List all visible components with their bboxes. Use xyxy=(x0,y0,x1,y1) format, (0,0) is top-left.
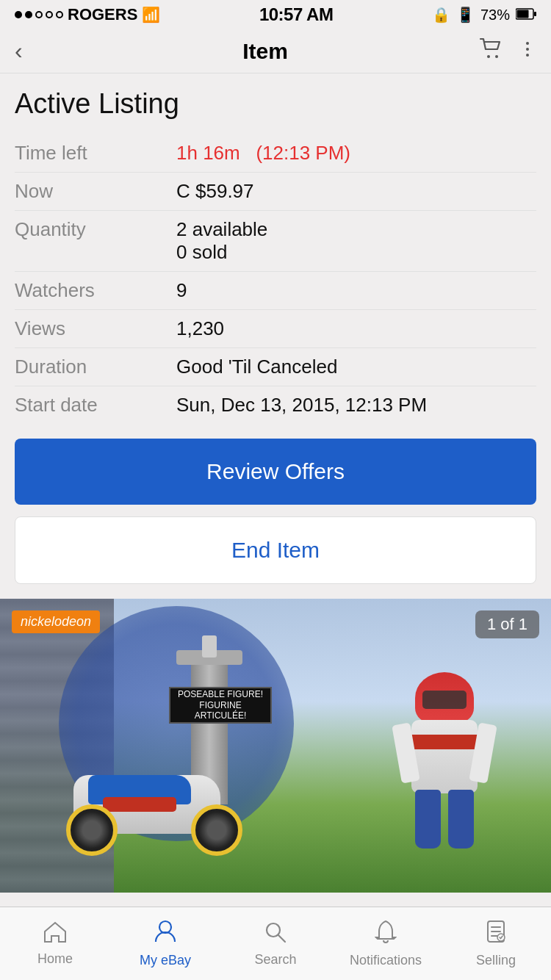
value-watchers: 9 xyxy=(176,279,536,302)
main-content: Active Listing Time left 1h 16m (12:13 P… xyxy=(0,73,551,893)
value-now: C $59.97 xyxy=(176,180,536,203)
value-views: 1,230 xyxy=(176,317,536,340)
signal-dot-2 xyxy=(25,11,32,18)
tab-home-label: Home xyxy=(37,951,73,967)
status-bar: ROGERS 📶 10:57 AM 🔒 📱 73% xyxy=(0,0,551,29)
quantity-sold: 0 sold xyxy=(176,241,267,264)
tab-search-label: Search xyxy=(254,952,296,968)
review-offers-button[interactable]: Review Offers xyxy=(15,439,536,505)
nav-bar: ‹ Item xyxy=(0,29,551,73)
signal-dot-4 xyxy=(46,11,53,18)
value-quantity: 2 available 0 sold xyxy=(176,218,267,264)
status-right: 🔒 📱 73% xyxy=(432,6,536,24)
wifi-icon: 📶 xyxy=(142,6,160,24)
nickelodeon-badge: nickelodeon xyxy=(12,610,100,633)
svg-point-4 xyxy=(495,55,498,58)
tab-search[interactable]: Search xyxy=(220,920,331,968)
tab-notifications-label: Notifications xyxy=(350,953,422,968)
end-item-button[interactable]: End Item xyxy=(15,516,536,584)
selling-icon xyxy=(485,920,507,950)
home-icon xyxy=(43,921,68,948)
value-start-date: Sun, Dec 13, 2015, 12:13 PM xyxy=(176,394,536,417)
search-icon xyxy=(264,920,287,949)
tab-myebay-label: My eBay xyxy=(140,953,191,968)
info-table: Time left 1h 16m (12:13 PM) Now C $59.97… xyxy=(15,134,536,424)
label-duration: Duration xyxy=(15,356,176,378)
tab-myebay[interactable]: My eBay xyxy=(110,920,220,968)
label-watchers: Watchers xyxy=(15,279,176,302)
label-views: Views xyxy=(15,317,176,340)
svg-rect-2 xyxy=(534,12,536,16)
svg-point-3 xyxy=(487,55,490,58)
lock-icon: 🔒 xyxy=(432,6,450,24)
row-views: Views 1,230 xyxy=(15,310,536,348)
svg-point-8 xyxy=(159,921,171,933)
toy-scene: POSEABLE FIGURE!FIGURINE ARTICULÉE! xyxy=(0,599,551,893)
svg-rect-1 xyxy=(517,10,529,18)
value-time-left: 1h 16m (12:13 PM) xyxy=(176,142,536,165)
row-start-date: Start date Sun, Dec 13, 2015, 12:13 PM xyxy=(15,386,536,424)
row-time-left: Time left 1h 16m (12:13 PM) xyxy=(15,134,536,173)
more-icon[interactable] xyxy=(519,40,536,63)
battery-percentage: 73% xyxy=(480,7,510,24)
notifications-icon xyxy=(375,920,397,950)
product-image-container: POSEABLE FIGURE!FIGURINE ARTICULÉE! nick… xyxy=(0,599,551,893)
section-title: Active Listing xyxy=(15,88,536,120)
image-counter-badge: 1 of 1 xyxy=(475,610,539,638)
tab-selling-label: Selling xyxy=(476,953,516,968)
signal-dots xyxy=(15,11,63,18)
bluetooth-icon: 📱 xyxy=(456,6,475,24)
tab-selling[interactable]: Selling xyxy=(441,920,551,968)
back-button[interactable]: ‹ xyxy=(15,37,51,65)
status-left: ROGERS 📶 xyxy=(15,5,160,24)
svg-point-5 xyxy=(526,42,529,45)
row-now: Now C $59.97 xyxy=(15,173,536,211)
myebay-icon xyxy=(153,920,178,950)
svg-point-6 xyxy=(526,48,529,51)
row-duration: Duration Good 'Til Canceled xyxy=(15,348,536,386)
tab-home[interactable]: Home xyxy=(0,921,110,967)
row-watchers: Watchers 9 xyxy=(15,272,536,310)
value-duration: Good 'Til Canceled xyxy=(176,356,536,378)
label-now: Now xyxy=(15,180,176,203)
signal-dot-3 xyxy=(35,11,43,18)
carrier-label: ROGERS xyxy=(68,5,137,24)
nav-right-icons xyxy=(479,37,536,65)
status-time: 10:57 AM xyxy=(259,4,333,25)
battery-icon xyxy=(516,7,536,24)
signal-dot-1 xyxy=(15,11,22,18)
tab-notifications[interactable]: Notifications xyxy=(331,920,441,968)
quantity-available: 2 available xyxy=(176,218,267,241)
row-quantity: Quantity 2 available 0 sold xyxy=(15,211,536,272)
tab-bar: Home My eBay Search Notification xyxy=(0,907,551,980)
cart-icon[interactable] xyxy=(479,37,504,65)
svg-line-10 xyxy=(278,935,285,942)
nav-title: Item xyxy=(242,39,288,64)
signal-dot-5 xyxy=(56,11,63,18)
label-quantity: Quantity xyxy=(15,218,176,241)
svg-point-7 xyxy=(526,54,529,57)
label-time-left: Time left xyxy=(15,142,176,165)
label-start-date: Start date xyxy=(15,394,176,417)
